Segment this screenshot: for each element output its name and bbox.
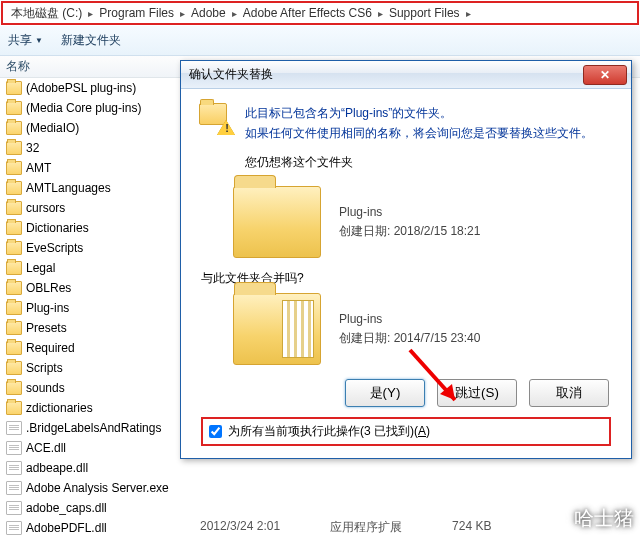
- folder-icon: [6, 241, 22, 255]
- file-name: adobe_caps.dll: [26, 501, 107, 515]
- cancel-button-label: 取消: [556, 385, 582, 400]
- file-icon: [6, 501, 22, 515]
- folder-icon: [6, 261, 22, 275]
- skip-button-label: 跳过(S): [455, 385, 499, 400]
- new-folder-label: 新建文件夹: [61, 32, 121, 49]
- file-name: AMTLanguages: [26, 181, 111, 195]
- folder-icon: [6, 321, 22, 335]
- folder-icon: [6, 401, 22, 415]
- file-name: (Media Core plug-ins): [26, 101, 141, 115]
- dialog-message-line2: 如果任何文件使用相同的名称，将会询问您是否要替换这些文件。: [245, 123, 593, 143]
- dest-folder-name: Plug-ins: [339, 310, 480, 329]
- file-icon: [6, 441, 22, 455]
- column-name-label: 名称: [6, 58, 30, 75]
- apply-all-checkbox[interactable]: [209, 425, 222, 438]
- close-button[interactable]: ✕: [583, 65, 627, 85]
- chevron-right-icon: ▸: [376, 8, 385, 19]
- skip-button[interactable]: 跳过(S): [437, 379, 517, 407]
- source-folder-name: Plug-ins: [339, 203, 480, 222]
- folder-icon: [6, 81, 22, 95]
- folder-icon: [6, 121, 22, 135]
- folder-icon: [6, 341, 22, 355]
- folder-icon: [6, 201, 22, 215]
- file-name: (AdobePSL plug-ins): [26, 81, 136, 95]
- file-name: AMT: [26, 161, 51, 175]
- dest-date-value: 2014/7/15 23:40: [394, 331, 481, 345]
- file-name: ACE.dll: [26, 441, 66, 455]
- file-name: Scripts: [26, 361, 63, 375]
- dialog-title: 确认文件夹替换: [189, 66, 583, 83]
- file-name: OBLRes: [26, 281, 71, 295]
- file-icon: [6, 461, 22, 475]
- apply-all-hotkey: A: [418, 424, 426, 438]
- file-name: AdobePDFL.dll: [26, 521, 107, 535]
- chevron-right-icon: ▸: [464, 8, 473, 19]
- file-name: Required: [26, 341, 75, 355]
- file-name: (MediaIO): [26, 121, 79, 135]
- chevron-right-icon: ▸: [230, 8, 239, 19]
- explorer-toolbar: 共享 ▼ 新建文件夹: [0, 26, 640, 56]
- chevron-right-icon: ▸: [86, 8, 95, 19]
- dialog-message-line1: 此目标已包含名为“Plug-ins”的文件夹。: [245, 103, 593, 123]
- source-date-value: 2018/2/15 18:21: [394, 224, 481, 238]
- file-name: zdictionaries: [26, 401, 93, 415]
- file-item[interactable]: adobe_caps.dll: [0, 498, 640, 518]
- folder-icon: [6, 361, 22, 375]
- file-name: sounds: [26, 381, 65, 395]
- file-icon: [6, 521, 22, 535]
- source-folder-block: Plug-ins 创建日期: 2018/2/15 18:21: [233, 186, 613, 258]
- confirm-folder-replace-dialog: 确认文件夹替换 ✕ ! 此目标已包含名为“Plug-ins”的文件夹。 如果任何…: [180, 60, 632, 459]
- new-folder-button[interactable]: 新建文件夹: [61, 32, 121, 49]
- apply-all-label-pre: 为所有当前项执行此操作(3 已找到)(: [228, 424, 418, 438]
- file-icon: [6, 481, 22, 495]
- close-icon: ✕: [600, 68, 610, 82]
- breadcrumb-item[interactable]: 本地磁盘 (C:): [7, 5, 86, 22]
- dest-folder-block: Plug-ins 创建日期: 2014/7/15 23:40: [233, 293, 613, 365]
- breadcrumb[interactable]: 本地磁盘 (C:) ▸ Program Files ▸ Adobe ▸ Adob…: [1, 1, 639, 25]
- share-label: 共享: [8, 32, 32, 49]
- folder-icon: [6, 381, 22, 395]
- file-name: cursors: [26, 201, 65, 215]
- folder-icon: [6, 221, 22, 235]
- apply-all-row[interactable]: 为所有当前项执行此操作(3 已找到)(A): [201, 417, 611, 446]
- status-type: 应用程序扩展: [330, 519, 402, 536]
- file-name: .BridgeLabelsAndRatings: [26, 421, 161, 435]
- warning-folder-icon: !: [199, 103, 233, 133]
- dialog-message-line3: 您仍想将这个文件夹: [245, 152, 593, 172]
- file-icon: [6, 421, 22, 435]
- file-item[interactable]: adbeape.dll: [0, 458, 640, 478]
- file-name: Plug-ins: [26, 301, 69, 315]
- file-name: adbeape.dll: [26, 461, 88, 475]
- status-date: 2012/3/24 2:01: [200, 519, 280, 536]
- breadcrumb-item[interactable]: Program Files: [95, 6, 178, 20]
- cancel-button[interactable]: 取消: [529, 379, 609, 407]
- dest-date-label: 创建日期:: [339, 331, 390, 345]
- breadcrumb-item[interactable]: Adobe: [187, 6, 230, 20]
- yes-button-label: 是(Y): [370, 385, 401, 400]
- dialog-titlebar[interactable]: 确认文件夹替换 ✕: [181, 61, 631, 89]
- file-name: Adobe Analysis Server.exe: [26, 481, 169, 495]
- folder-icon: [6, 141, 22, 155]
- dialog-buttons: 是(Y) 跳过(S) 取消: [199, 379, 609, 407]
- apply-all-label: 为所有当前项执行此操作(3 已找到)(A): [228, 423, 430, 440]
- share-menu[interactable]: 共享 ▼: [8, 32, 43, 49]
- breadcrumb-item[interactable]: Adobe After Effects CS6: [239, 6, 376, 20]
- folder-icon: [233, 186, 321, 258]
- breadcrumb-item[interactable]: Support Files: [385, 6, 464, 20]
- folder-open-icon: [233, 293, 321, 365]
- folder-icon: [6, 101, 22, 115]
- file-name: EveScripts: [26, 241, 83, 255]
- yes-button[interactable]: 是(Y): [345, 379, 425, 407]
- chevron-down-icon: ▼: [35, 36, 43, 45]
- file-name: Presets: [26, 321, 67, 335]
- apply-all-label-post: ): [426, 424, 430, 438]
- folder-icon: [6, 161, 22, 175]
- folder-icon: [6, 181, 22, 195]
- folder-icon: [6, 281, 22, 295]
- status-size: 724 KB: [452, 519, 491, 536]
- source-date-label: 创建日期:: [339, 224, 390, 238]
- folder-icon: [6, 301, 22, 315]
- dialog-body: ! 此目标已包含名为“Plug-ins”的文件夹。 如果任何文件使用相同的名称，…: [181, 89, 631, 458]
- file-item[interactable]: Adobe Analysis Server.exe: [0, 478, 640, 498]
- file-name: Dictionaries: [26, 221, 89, 235]
